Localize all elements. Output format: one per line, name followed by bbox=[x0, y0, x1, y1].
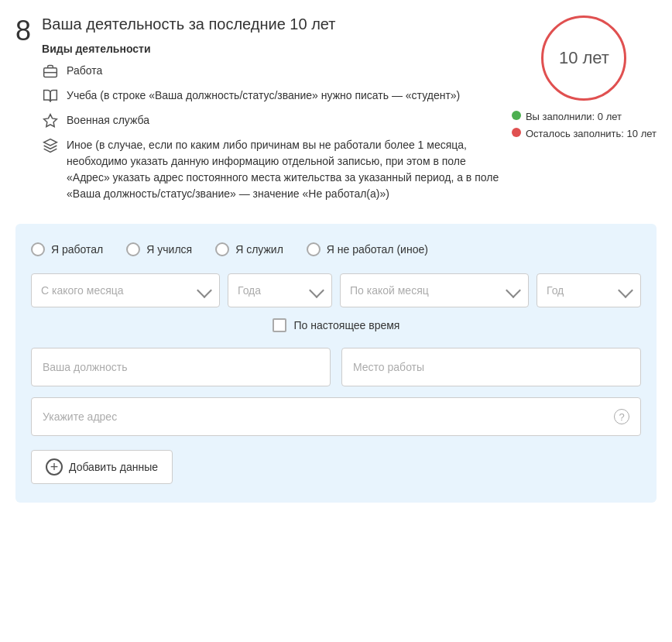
radio-worked[interactable]: Я работал bbox=[31, 242, 103, 256]
present-checkbox[interactable] bbox=[273, 318, 286, 332]
workplace-input[interactable]: Место работы bbox=[341, 348, 641, 386]
activity-work: Работа bbox=[42, 63, 512, 80]
add-data-button[interactable]: + Добавить данные bbox=[31, 450, 173, 484]
text-fields-row: Ваша должность Место работы bbox=[31, 348, 641, 386]
red-dot bbox=[512, 128, 521, 137]
briefcase-icon bbox=[42, 63, 59, 80]
legend: Вы заполнили: 0 лет Осталось заполнить: … bbox=[512, 108, 657, 142]
position-input[interactable]: Ваша должность bbox=[31, 348, 331, 386]
from-month-label: С какого месяца bbox=[41, 284, 193, 297]
green-dot bbox=[512, 111, 521, 120]
activity-other-label: Иное (в случае, если по каким либо причи… bbox=[67, 137, 512, 202]
workplace-placeholder: Место работы bbox=[353, 361, 424, 373]
radio-not-worked-label: Я не работал (иное) bbox=[327, 243, 428, 256]
section-number: 8 bbox=[15, 17, 31, 45]
to-year-label: Год bbox=[547, 284, 614, 297]
from-month-select[interactable]: С какого месяца bbox=[31, 273, 220, 307]
radio-circle-studied bbox=[126, 242, 140, 256]
legend-filled-text: Вы заполнили: 0 лет bbox=[526, 108, 622, 125]
circle-label: 10 лет bbox=[559, 48, 609, 68]
activity-types-title: Виды деятельности bbox=[42, 43, 512, 55]
radio-studied-label: Я учился bbox=[146, 243, 192, 256]
chevron-down-icon-to-year bbox=[618, 283, 633, 298]
progress-area: 10 лет Вы заполнили: 0 лет Осталось запо… bbox=[512, 15, 657, 142]
chevron-down-icon-to-month bbox=[506, 283, 521, 298]
legend-remaining-text: Осталось заполнить: 10 лет bbox=[526, 125, 657, 142]
plus-icon: + bbox=[46, 458, 63, 475]
address-input[interactable]: Укажите адрес bbox=[43, 410, 614, 423]
header-text: Ваша деятельность за последние 10 лет Ви… bbox=[42, 15, 512, 210]
to-year-select[interactable]: Год bbox=[537, 273, 641, 307]
book-icon bbox=[42, 88, 59, 105]
svg-marker-2 bbox=[44, 115, 57, 127]
activity-other: Иное (в случае, если по каким либо причи… bbox=[42, 137, 512, 202]
form-area: Я работал Я учился Я служил Я не работал… bbox=[15, 224, 657, 503]
star-icon bbox=[42, 112, 59, 129]
position-placeholder: Ваша должность bbox=[43, 361, 127, 373]
radio-not-worked[interactable]: Я не работал (иное) bbox=[307, 242, 428, 256]
radio-circle-worked bbox=[31, 242, 45, 256]
activity-study-label: Учеба (в строке «Ваша должность/статус/з… bbox=[67, 88, 460, 104]
activity-work-label: Работа bbox=[67, 63, 102, 79]
svg-marker-3 bbox=[44, 139, 57, 146]
from-year-label: Года bbox=[238, 284, 305, 297]
circle-progress: 10 лет bbox=[541, 15, 626, 101]
present-checkbox-row[interactable]: По настоящее время bbox=[31, 318, 641, 332]
chevron-down-icon-from-month bbox=[197, 283, 212, 298]
radio-served[interactable]: Я служил bbox=[215, 242, 283, 256]
section-title: Ваша деятельность за последние 10 лет bbox=[42, 15, 512, 33]
activity-military: Военная служба bbox=[42, 112, 512, 129]
present-checkbox-label: По настоящее время bbox=[294, 319, 400, 331]
chevron-down-icon-from-year bbox=[309, 283, 324, 298]
header-left: 8 Ваша деятельность за последние 10 лет … bbox=[15, 15, 512, 210]
to-month-label: По какой месяц bbox=[350, 284, 502, 297]
from-year-select[interactable]: Года bbox=[228, 273, 332, 307]
to-month-select[interactable]: По какой месяц bbox=[340, 273, 529, 307]
radio-circle-served bbox=[215, 242, 229, 256]
address-row[interactable]: Укажите адрес ? bbox=[31, 397, 641, 436]
date-row: С какого месяца Года По какой месяц Год bbox=[31, 273, 641, 307]
question-icon[interactable]: ? bbox=[614, 409, 629, 424]
activity-study: Учеба (в строке «Ваша должность/статус/з… bbox=[42, 88, 512, 105]
radio-row: Я работал Я учился Я служил Я не работал… bbox=[31, 242, 641, 256]
radio-worked-label: Я работал bbox=[51, 243, 103, 256]
layers-icon bbox=[42, 137, 59, 154]
radio-circle-not-worked bbox=[307, 242, 321, 256]
radio-studied[interactable]: Я учился bbox=[126, 242, 192, 256]
radio-served-label: Я служил bbox=[235, 243, 283, 256]
activity-military-label: Военная служба bbox=[67, 112, 149, 129]
add-button-label: Добавить данные bbox=[69, 461, 158, 473]
page-header: 8 Ваша деятельность за последние 10 лет … bbox=[15, 15, 657, 210]
legend-filled: Вы заполнили: 0 лет bbox=[512, 108, 657, 125]
legend-remaining: Осталось заполнить: 10 лет bbox=[512, 125, 657, 142]
